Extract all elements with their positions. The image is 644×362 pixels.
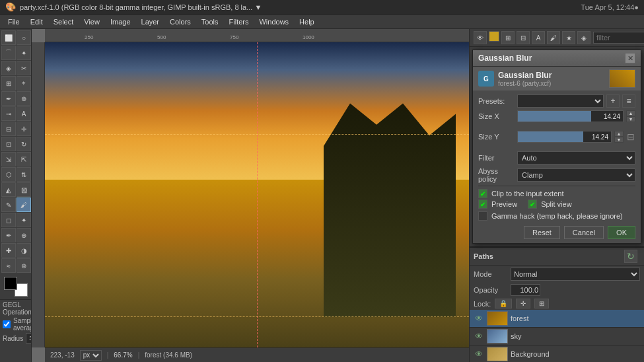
- preview-checkbox-icon[interactable]: ✔: [478, 199, 487, 209]
- blend-tool[interactable]: ▨: [17, 182, 31, 197]
- canvas-image[interactable]: [45, 42, 469, 347]
- panel-text-icon[interactable]: A: [532, 31, 545, 44]
- crop-tool[interactable]: ⊡: [1, 137, 16, 151]
- chain-link-icon[interactable]: ⊟: [626, 125, 635, 149]
- filter-input[interactable]: [593, 32, 644, 44]
- flip-tool[interactable]: ⇅: [17, 167, 31, 182]
- panel-chain-icon[interactable]: ⊟: [517, 31, 530, 44]
- ellipse-select-tool[interactable]: ○: [17, 30, 31, 45]
- layer-visibility-background[interactable]: 👁: [474, 349, 484, 359]
- size-x-decrement[interactable]: ▼: [626, 116, 635, 122]
- perspective-tool[interactable]: ⬡: [1, 167, 16, 182]
- size-x-spin-buttons: ▲ ▼: [626, 110, 635, 122]
- rect-select-tool[interactable]: ⬜: [1, 30, 16, 45]
- gamma-checkbox-icon[interactable]: ✔: [478, 211, 487, 221]
- split-checkbox-icon[interactable]: ✔: [528, 199, 537, 209]
- blur-dialog-close-button[interactable]: ✕: [625, 53, 635, 63]
- mode-select[interactable]: Normal: [511, 268, 640, 281]
- foreground-color-swatch[interactable]: [4, 277, 17, 290]
- color-picker-tool[interactable]: ✒: [1, 91, 16, 106]
- reset-button[interactable]: Reset: [524, 226, 560, 239]
- menu-item-select[interactable]: Select: [48, 17, 79, 27]
- menu-item-layer[interactable]: Layer: [136, 17, 165, 27]
- clone-tool[interactable]: ⊕: [17, 228, 31, 242]
- lock-position-button[interactable]: ✛: [516, 299, 530, 308]
- canvas-area[interactable]: 250 500 750 1000 223, -13 px | 66.7% | f…: [32, 29, 469, 362]
- clip-checkbox-icon[interactable]: ✔: [478, 189, 487, 198]
- paths-tool[interactable]: ⌖: [17, 76, 31, 90]
- panel-star-icon[interactable]: ★: [562, 31, 575, 44]
- shear-tool[interactable]: ⇱: [17, 152, 31, 166]
- layers-panel: Paths ↻ Mode Normal Opacity Lock: 🔒 ✛ ⊞: [470, 246, 644, 362]
- size-y-slider[interactable]: 14.24: [517, 131, 612, 143]
- panel-eye-icon[interactable]: 👁: [474, 31, 487, 44]
- unit-select[interactable]: px: [80, 350, 102, 361]
- layer-item-background[interactable]: 👁 Background: [470, 345, 644, 362]
- presets-dropdown[interactable]: [517, 94, 604, 108]
- size-y-label: Size Y: [478, 133, 515, 141]
- menubar: FileEditSelectViewImageLayerColorsToolsF…: [0, 15, 644, 29]
- size-x-slider[interactable]: 14.24: [517, 110, 624, 122]
- app-icon: 🎨: [5, 2, 16, 12]
- menu-item-help[interactable]: Help: [294, 17, 320, 27]
- rotate-tool[interactable]: ↻: [17, 137, 31, 151]
- heal-tool[interactable]: ✚: [1, 243, 16, 258]
- scale-tool[interactable]: ⇲: [1, 152, 16, 166]
- layer-visibility-sky[interactable]: 👁: [474, 331, 484, 342]
- panel-mask-icon[interactable]: ◈: [577, 31, 590, 44]
- abyss-policy-dropdown[interactable]: Clamp: [517, 168, 635, 182]
- free-select-tool[interactable]: ⌒: [1, 46, 16, 60]
- fuzzy-select-tool[interactable]: ✦: [17, 46, 31, 60]
- panel-grid-icon[interactable]: ⊞: [501, 31, 515, 44]
- menu-item-filters[interactable]: Filters: [224, 17, 254, 27]
- size-x-increment[interactable]: ▲: [626, 110, 635, 116]
- blur-body: Presets: + ≡ Size X 14.24 ▲ ▼: [473, 90, 641, 243]
- filter-type-label: Filter: [478, 154, 515, 162]
- menu-item-view[interactable]: View: [79, 17, 105, 27]
- opacity-input[interactable]: [511, 284, 540, 296]
- radius-row: Radius: [3, 333, 28, 344]
- menu-item-tools[interactable]: Tools: [196, 17, 224, 27]
- cancel-button[interactable]: Cancel: [564, 226, 604, 239]
- layer-item-forest[interactable]: 👁 forest: [470, 310, 644, 328]
- radius-spinbox[interactable]: [26, 333, 32, 344]
- menu-item-windows[interactable]: Windows: [254, 17, 294, 27]
- layer-item-sky[interactable]: 👁 sky: [470, 328, 644, 345]
- panel-color-icon[interactable]: [489, 31, 499, 42]
- layer-visibility-forest[interactable]: 👁: [474, 313, 484, 324]
- size-y-increment[interactable]: ▲: [614, 131, 624, 137]
- lock-alpha-button[interactable]: ⊞: [534, 299, 549, 308]
- ok-button[interactable]: OK: [608, 226, 635, 239]
- foreground-select-tool[interactable]: ⊞: [1, 76, 16, 90]
- zoom-tool[interactable]: ⊕: [17, 91, 31, 106]
- ink-tool[interactable]: ✒: [1, 228, 16, 242]
- airbrush-tool[interactable]: ✦: [17, 213, 31, 227]
- measure-tool[interactable]: ⊸: [1, 106, 16, 121]
- refresh-button[interactable]: ↻: [624, 250, 637, 263]
- color-select-tool[interactable]: ◈: [1, 61, 16, 75]
- sample-average-checkbox[interactable]: [3, 320, 11, 328]
- color-selector[interactable]: [4, 277, 28, 297]
- paintbrush-tool[interactable]: 🖌: [17, 198, 31, 212]
- smudge-tool[interactable]: ≈: [1, 258, 16, 273]
- menu-item-image[interactable]: Image: [105, 17, 136, 27]
- size-y-decrement[interactable]: ▼: [614, 137, 624, 143]
- convolve-tool[interactable]: ⊛: [17, 258, 31, 273]
- panel-brush-icon[interactable]: 🖌: [547, 31, 560, 44]
- align-tool[interactable]: ⊟: [1, 122, 16, 136]
- bucket-fill-tool[interactable]: ◭: [1, 182, 16, 197]
- scissors-tool[interactable]: ✂: [17, 61, 31, 75]
- layer-thumbnail-background: [487, 347, 508, 361]
- add-preset-button[interactable]: +: [606, 94, 620, 108]
- pencil-tool[interactable]: ✎: [1, 198, 16, 212]
- menu-item-colors[interactable]: Colors: [164, 17, 196, 27]
- filter-type-dropdown[interactable]: Auto: [517, 151, 635, 164]
- dodge-burn-tool[interactable]: ◑: [17, 243, 31, 258]
- move-tool[interactable]: ✛: [17, 122, 31, 136]
- preset-menu-button[interactable]: ≡: [622, 94, 635, 108]
- eraser-tool[interactable]: ◻: [1, 213, 16, 227]
- menu-item-edit[interactable]: Edit: [25, 17, 48, 27]
- menu-item-file[interactable]: File: [3, 17, 25, 27]
- lock-pixels-button[interactable]: 🔒: [495, 299, 512, 308]
- text-tool[interactable]: A: [17, 106, 31, 121]
